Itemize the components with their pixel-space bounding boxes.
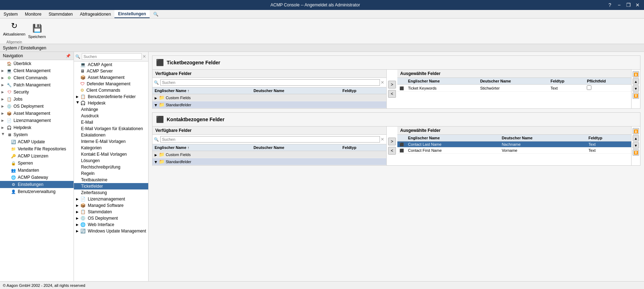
contact-available-table: Englischer Name ↑ Deutscher Name Feldtyp… bbox=[152, 144, 386, 165]
folder-row-custom[interactable]: ▶ 📁 Custom Fields bbox=[152, 94, 386, 101]
sidebar-item-mandanten[interactable]: 👥 Mandanten bbox=[0, 167, 74, 174]
speichern-button[interactable]: 💾 Speichern bbox=[26, 21, 48, 42]
tree-item-textbausteine[interactable]: Textbausteine bbox=[74, 177, 148, 183]
expand-arrow-web: ▶ bbox=[76, 223, 80, 226]
tree-item-acmp-agent[interactable]: 💻 ACMP Agent bbox=[74, 61, 148, 68]
tree-item-web-interface[interactable]: ▶ 🌐 Web Interface bbox=[74, 221, 148, 228]
section-ticket-body: Verfügbare Felder 🔍 ✕ Englischer Name ↑ … bbox=[152, 70, 640, 108]
menu-einstellungen[interactable]: Einstellungen bbox=[114, 10, 150, 18]
tree-item-kategorien[interactable]: Kategorien bbox=[74, 145, 148, 151]
menu-abfrageaktionen[interactable]: Abfrageaktionen bbox=[76, 10, 114, 18]
sidebar-item-os-deployment[interactable]: ▶ 💿 OS Deployment bbox=[0, 103, 74, 110]
tree-item-stammdaten[interactable]: ▶ 📋 Stammdaten bbox=[74, 209, 148, 215]
tree-item-asset-management[interactable]: 📦 Asset Management bbox=[74, 74, 148, 81]
sidebar-item-system[interactable]: ▶ 🖥 System bbox=[0, 131, 74, 138]
required-checkbox-ticket[interactable] bbox=[587, 85, 591, 90]
contact-scroll-down-button[interactable]: ▼ bbox=[633, 142, 639, 149]
tree-item-managed-software[interactable]: ▶ 📦 Managed Software bbox=[74, 202, 148, 209]
folder-row-standard[interactable]: ▶ 📁 Standardfelder bbox=[152, 101, 386, 108]
tree-item-email[interactable]: E-Mail bbox=[74, 119, 148, 125]
scroll-top-button[interactable]: ⏫ bbox=[633, 71, 639, 77]
sidebar-item-acmp-update[interactable]: 🔄 ACMP Update bbox=[0, 138, 74, 145]
contact-available-search-input[interactable] bbox=[160, 136, 380, 143]
scroll-down-button[interactable]: ▼ bbox=[633, 85, 639, 92]
search-clear-button[interactable]: ✕ bbox=[142, 54, 147, 59]
transfer-left-button[interactable]: < bbox=[388, 90, 396, 98]
sidebar-item-client-management[interactable]: ▶ 💻 Client Management bbox=[0, 67, 74, 74]
expand-arrow-benutzerd: ▶ bbox=[76, 95, 80, 98]
menu-search-icon[interactable]: 🔍 bbox=[150, 10, 162, 18]
contact-search-clear[interactable]: ✕ bbox=[380, 137, 385, 142]
middle-search-input[interactable] bbox=[82, 53, 142, 60]
sidebar-item-uberblick[interactable]: 🏠 Überblick bbox=[0, 60, 74, 67]
tree-item-defender[interactable]: 🛡 Defender Management bbox=[74, 81, 148, 87]
folder-standardfelder[interactable]: ▶ 📁 Standardfelder bbox=[152, 101, 386, 108]
sidebar-item-jobs[interactable]: ▶ 📋 Jobs bbox=[0, 96, 74, 103]
ticket-available-search: 🔍 ✕ bbox=[152, 78, 386, 87]
sidebar-item-acmp-lizenzen[interactable]: 🔑 ACMP Lizenzen bbox=[0, 152, 74, 160]
table-row-contact-first[interactable]: ⬛ Contact First Name Vorname Text bbox=[397, 148, 631, 154]
folder-custom-fields[interactable]: ▶ 📁 Custom Fields bbox=[152, 94, 386, 101]
maximize-button[interactable]: ❐ bbox=[625, 1, 632, 9]
tree-item-losungen[interactable]: Lösungen bbox=[74, 157, 148, 164]
sidebar-item-security[interactable]: ▶ 🛡 Security bbox=[0, 89, 74, 96]
sel-col-german: Deutscher Name bbox=[478, 78, 548, 85]
table-row-ticket-keywords[interactable]: ⬛ Ticket Keywords Stichwörter Text bbox=[397, 85, 631, 92]
tree-item-regeln[interactable]: Regeln bbox=[74, 170, 148, 177]
contact-scroll-top-button[interactable]: ⏫ bbox=[633, 128, 639, 134]
tree-item-eskalationen[interactable]: Eskalationen bbox=[74, 132, 148, 138]
contact-transfer-left-button[interactable]: < bbox=[388, 147, 396, 155]
sidebar-item-acmp-gateway[interactable]: 🌐 ACMP Gateway bbox=[0, 174, 74, 181]
minimize-button[interactable]: − bbox=[616, 1, 623, 9]
menu-bar: System Monitore Stammdaten Abfrageaktion… bbox=[0, 10, 644, 18]
tree-item-os-deployment[interactable]: ▶ 💿 OS Deployment bbox=[74, 215, 148, 221]
aktualisieren-label: Aktualisieren bbox=[3, 32, 26, 36]
contact-transfer-right-button[interactable]: > bbox=[388, 138, 396, 145]
sidebar-item-lizenzmanagement[interactable]: ▶ 📄 Lizenzmanagement bbox=[0, 117, 74, 124]
tree-label-defender: Defender Management bbox=[87, 81, 130, 86]
menu-monitore[interactable]: Monitore bbox=[21, 10, 45, 18]
contact-folder-standard-cell[interactable]: ▶ 📁 Standardfelder bbox=[152, 158, 386, 165]
tree-item-anhange[interactable]: Anhänge bbox=[74, 106, 148, 113]
contact-folder-standard[interactable]: ▶ 📁 Standardfelder bbox=[152, 158, 386, 165]
transfer-right-button[interactable]: > bbox=[388, 81, 396, 89]
sidebar-item-verteilte-repos[interactable]: 📁 Verteilte File Repositories bbox=[0, 145, 74, 152]
tree-item-email-vorlagen[interactable]: E-Mail Vorlagen für Eskalationen bbox=[74, 125, 148, 132]
csel-col-german: Deutscher Name bbox=[500, 135, 586, 141]
sidebar: Navigation 📌 🏠 Überblick ▶ 💻 Client Mana… bbox=[0, 52, 74, 289]
sidebar-item-benutzerverwaltung[interactable]: 👤 Benutzerverwaltung bbox=[0, 188, 74, 195]
ticket-search-clear[interactable]: ✕ bbox=[380, 80, 385, 85]
help-button[interactable]: ? bbox=[606, 1, 613, 9]
tree-item-lizenzmanagement2[interactable]: ▶ 📄 Lizenzmanagement bbox=[74, 196, 148, 202]
tree-item-client-commands2[interactable]: ⚙ Client Commands bbox=[74, 87, 148, 93]
tree-item-windows-update[interactable]: ▶ 🔄 Windows Update Management bbox=[74, 228, 148, 234]
tree-item-rechtschreibung[interactable]: Rechtschreibprüfung bbox=[74, 164, 148, 170]
tree-item-interne-email[interactable]: Interne E-Mail Vorlagen bbox=[74, 138, 148, 145]
sidebar-item-sperren[interactable]: 🔒 Sperren bbox=[0, 160, 74, 167]
scroll-bottom-button[interactable]: ⏬ bbox=[633, 92, 639, 99]
sidebar-item-client-commands[interactable]: ▶ ⚙ Client Commands bbox=[0, 74, 74, 81]
contact-folder-custom-cell[interactable]: ▶ 📁 Custom Fields bbox=[152, 151, 386, 158]
contact-folder-custom[interactable]: ▶ 📁 Custom Fields bbox=[152, 151, 386, 158]
sidebar-item-helpdesk[interactable]: ▶ 🎧 Helpdesk bbox=[0, 124, 74, 131]
close-button[interactable]: ✕ bbox=[634, 1, 641, 9]
tree-item-acmp-server[interactable]: 🖥 ACMP Server bbox=[74, 68, 148, 74]
menu-stammdaten[interactable]: Stammdaten bbox=[45, 10, 76, 18]
aktualisieren-button[interactable]: ↻ Aktualisieren bbox=[4, 18, 25, 39]
sidebar-item-patch-management[interactable]: ▶ 🔧 Patch Management bbox=[0, 81, 74, 89]
tree-item-benutzerdef[interactable]: ▶ 📋 Benutzerdefinierte Felder bbox=[74, 93, 148, 100]
contact-scroll-up-button[interactable]: ▲ bbox=[633, 135, 639, 141]
table-row-contact-last[interactable]: ⬛ Contact Last Name Nachname Text bbox=[397, 141, 631, 148]
contact-scroll-bottom-button[interactable]: ⏬ bbox=[633, 149, 639, 156]
ticket-available-search-input[interactable] bbox=[160, 79, 380, 86]
tree-item-ausdruck[interactable]: Ausdruck bbox=[74, 113, 148, 119]
tree-item-kontakt-email[interactable]: Kontakt E-Mail Vorlagen bbox=[74, 151, 148, 157]
tree-item-ticketfelder[interactable]: Ticketfelder bbox=[74, 183, 148, 189]
sidebar-item-einstellungen[interactable]: ⚙ Einstellungen bbox=[0, 181, 74, 188]
scroll-up-button[interactable]: ▲ bbox=[633, 78, 639, 85]
folder-label-cont-custom: Custom Fields bbox=[166, 152, 190, 157]
tree-item-helpdesk2[interactable]: ▶ 🎧 Helpdesk bbox=[74, 100, 148, 106]
tree-item-zeiterfassung[interactable]: Zeiterfassung bbox=[74, 189, 148, 196]
menu-system[interactable]: System bbox=[0, 10, 21, 18]
sidebar-item-asset-management[interactable]: ▶ 📦 Asset Management bbox=[0, 110, 74, 117]
